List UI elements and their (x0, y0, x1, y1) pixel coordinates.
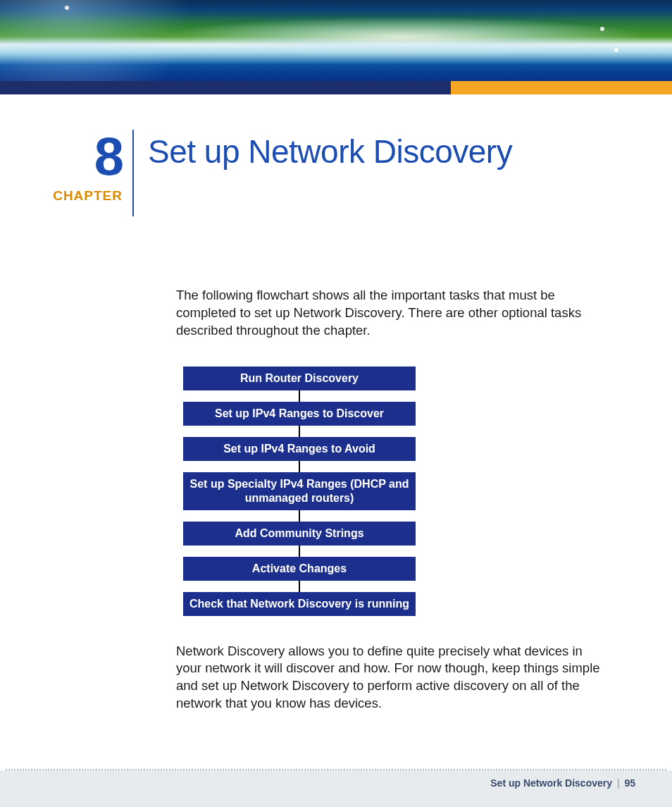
flow-step: Run Router Discovery (183, 366, 416, 390)
chapter-label: CHAPTER (53, 188, 123, 204)
flow-connector (299, 461, 300, 472)
header-rule (0, 81, 672, 94)
footer-page-number: 95 (624, 777, 635, 789)
flow-step: Set up IPv4 Ranges to Avoid (183, 437, 416, 461)
flowchart: Run Router Discovery Set up IPv4 Ranges … (183, 366, 416, 616)
chapter-number: 8 (94, 134, 123, 180)
flow-connector (299, 546, 300, 557)
flow-step: Set up IPv4 Ranges to Discover (183, 402, 416, 426)
flow-step: Check that Network Discovery is running (183, 592, 416, 616)
page-content: 8 CHAPTER Set up Network Discovery The f… (0, 94, 672, 713)
flow-step: Set up Specialty IPv4 Ranges (DHCP and u… (183, 472, 416, 510)
flow-connector (299, 510, 300, 522)
header-banner (0, 0, 672, 81)
outro-paragraph: Network Discovery allows you to define q… (176, 643, 609, 713)
flow-connector (299, 426, 300, 437)
flow-step: Add Community Strings (183, 522, 416, 546)
chapter-heading: 8 CHAPTER Set up Network Discovery (42, 130, 630, 216)
flow-connector (299, 390, 300, 402)
chapter-title: Set up Network Discovery (134, 130, 512, 171)
flow-connector (299, 581, 300, 592)
flow-step: Activate Changes (183, 557, 416, 581)
intro-paragraph: The following flowchart shows all the im… (176, 287, 609, 340)
footer-section-title: Set up Network Discovery (490, 777, 612, 789)
page-footer: Set up Network Discovery | 95 (0, 769, 672, 807)
footer-separator: | (615, 777, 622, 789)
